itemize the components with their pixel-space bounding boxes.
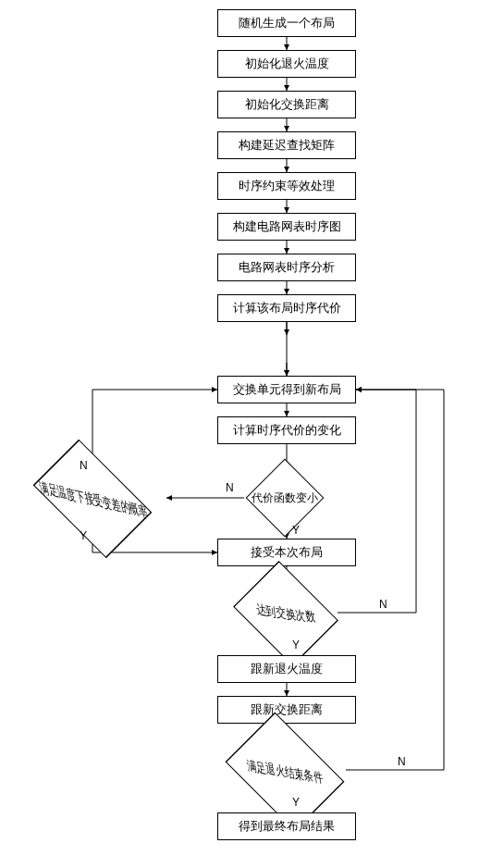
branch-label-no: N bbox=[379, 598, 387, 611]
decision-cost-decrease: 代价函数变小 bbox=[246, 459, 325, 538]
step-label: 接受本次布局 bbox=[251, 544, 323, 561]
step-compute-cost-delta: 计算时序代价的变化 bbox=[217, 416, 356, 444]
flowchart: 随机生成一个布局 初始化退火温度 初始化交换距离 构建延迟查找矩阵 时序约束等效… bbox=[9, 9, 470, 859]
decision-label: 满足退火结束条件 bbox=[245, 756, 325, 787]
step-netlist-timing-analysis: 电路网表时序分析 bbox=[217, 254, 356, 281]
branch-label-yes: Y bbox=[80, 529, 87, 542]
branch-label-no: N bbox=[398, 755, 406, 768]
step-build-delay-matrix: 构建延迟查找矩阵 bbox=[217, 131, 356, 159]
step-label: 计算该布局时序代价 bbox=[233, 300, 341, 316]
decision-label: 满足温度下接受变差的概率 bbox=[37, 477, 150, 523]
decision-label: 达到交换次数 bbox=[255, 601, 316, 626]
step-final-layout: 得到最终布局结果 bbox=[217, 812, 356, 840]
step-update-swap-distance: 跟新交换距离 bbox=[217, 696, 356, 724]
branch-label-yes: Y bbox=[292, 796, 300, 809]
step-label: 电路网表时序分析 bbox=[239, 259, 335, 276]
branch-label-yes: Y bbox=[292, 524, 300, 537]
decision-accept-worse-prob: 满足温度下接受变差的概率 bbox=[33, 440, 153, 559]
decision-label: 代价函数变小 bbox=[252, 490, 318, 506]
branch-label-no: N bbox=[226, 481, 234, 494]
step-random-layout: 随机生成一个布局 bbox=[217, 9, 356, 37]
step-label: 计算时序代价的变化 bbox=[233, 422, 341, 439]
step-update-temp: 跟新退火温度 bbox=[217, 655, 356, 683]
step-label: 得到最终布局结果 bbox=[239, 818, 335, 835]
step-label: 时序约束等效处理 bbox=[239, 178, 335, 194]
step-build-netlist-graph: 构建电路网表时序图 bbox=[217, 213, 356, 241]
step-label: 构建电路网表时序图 bbox=[233, 218, 341, 235]
step-label: 跟新退火温度 bbox=[251, 661, 323, 677]
decision-swap-count: 达到交换次数 bbox=[233, 561, 338, 666]
step-label: 交换单元得到新布局 bbox=[233, 381, 341, 398]
branch-label-no: N bbox=[80, 459, 88, 472]
step-label: 随机生成一个布局 bbox=[239, 15, 335, 31]
step-label: 构建延迟查找矩阵 bbox=[239, 137, 335, 154]
step-compute-timing-cost: 计算该布局时序代价 bbox=[217, 294, 356, 322]
step-accept-layout: 接受本次布局 bbox=[217, 539, 356, 566]
branch-label-yes: Y bbox=[292, 639, 300, 651]
step-label: 初始化退火温度 bbox=[245, 56, 329, 72]
step-timing-constraint: 时序约束等效处理 bbox=[217, 172, 356, 200]
step-init-swap-distance: 初始化交换距离 bbox=[217, 91, 356, 118]
step-swap-cells: 交换单元得到新布局 bbox=[217, 376, 356, 403]
step-init-temp: 初始化退火温度 bbox=[217, 50, 356, 78]
step-label: 跟新交换距离 bbox=[251, 701, 323, 718]
step-label: 初始化交换距离 bbox=[245, 96, 329, 113]
